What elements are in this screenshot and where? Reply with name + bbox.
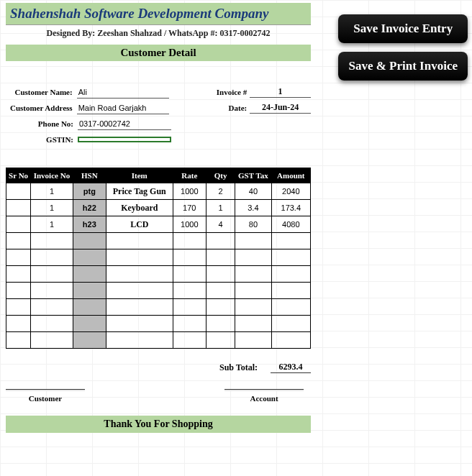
- customer-address-label: Customer Address: [6, 104, 77, 112]
- table-row[interactable]: [6, 266, 311, 283]
- cell-invno[interactable]: 1: [31, 183, 73, 200]
- customer-name-label: Customer Name:: [6, 88, 77, 96]
- phone-label: Phone No:: [6, 119, 78, 128]
- col-amount: Amount: [271, 168, 310, 183]
- account-signature-line: [224, 389, 304, 391]
- col-gst: GST Tax: [235, 168, 271, 183]
- table-row[interactable]: [6, 250, 311, 266]
- cell-item[interactable]: LCD: [106, 216, 173, 233]
- save-invoice-entry-button[interactable]: Save Invoice Entry: [338, 14, 468, 43]
- cell-srno[interactable]: [6, 216, 31, 233]
- account-signature-label: Account: [224, 393, 304, 403]
- save-print-invoice-button[interactable]: Save & Print Invoice: [338, 52, 468, 81]
- cell-hsn[interactable]: ptg: [73, 183, 106, 200]
- phone-input[interactable]: 0317-0002742: [78, 118, 171, 130]
- cell-item[interactable]: Keyboard: [106, 200, 173, 216]
- cell-gst[interactable]: 80: [235, 216, 271, 233]
- cell-qty[interactable]: 4: [206, 216, 235, 233]
- gstin-label: GSTIN:: [6, 135, 78, 144]
- col-invno: Invoice No: [31, 168, 73, 183]
- invoice-line-items-table: Sr No Invoice No HSN Item Rate Qty GST T…: [6, 168, 311, 349]
- col-hsn: HSN: [73, 168, 106, 183]
- table-row[interactable]: [6, 316, 311, 332]
- cell-rate[interactable]: 1000: [173, 183, 206, 200]
- subtotal-label: Sub Total:: [219, 362, 258, 373]
- cell-invno[interactable]: 1: [31, 200, 73, 216]
- cell-srno[interactable]: [6, 183, 31, 200]
- col-qty: Qty: [206, 168, 235, 183]
- table-row[interactable]: [6, 233, 311, 250]
- designed-by: Designed By: Zeeshan Shahzad / WhatsApp …: [6, 25, 311, 43]
- table-row[interactable]: [6, 332, 311, 349]
- cell-amount[interactable]: 173.4: [271, 200, 310, 216]
- cell-invno[interactable]: 1: [31, 216, 73, 233]
- date-label: Date:: [200, 104, 250, 112]
- cell-amount[interactable]: 2040: [271, 183, 310, 200]
- cell-hsn[interactable]: h22: [73, 200, 106, 216]
- cell-qty[interactable]: 2: [206, 183, 235, 200]
- col-rate: Rate: [173, 168, 206, 183]
- thank-you-footer: Thank You For Shopping: [6, 416, 311, 433]
- table-row[interactable]: [6, 299, 311, 316]
- company-title: Shahenshah Software Development Company: [6, 3, 311, 25]
- customer-address-input[interactable]: Main Road Garjakh: [77, 102, 169, 114]
- cell-amount[interactable]: 4080: [271, 216, 310, 233]
- cell-srno[interactable]: [6, 200, 31, 216]
- date-value[interactable]: 24-Jun-24: [250, 102, 311, 114]
- table-row[interactable]: [6, 283, 311, 299]
- cell-hsn[interactable]: h23: [73, 216, 106, 233]
- invoice-no-label: Invoice #: [200, 88, 250, 96]
- customer-signature-line: [6, 389, 85, 391]
- cell-gst[interactable]: 3.4: [235, 200, 271, 216]
- cell-rate[interactable]: 1000: [173, 216, 206, 233]
- customer-signature-label: Customer: [6, 393, 85, 403]
- cell-gst[interactable]: 40: [235, 183, 271, 200]
- subtotal-value: 6293.4: [271, 362, 311, 373]
- cell-qty[interactable]: 1: [206, 200, 235, 216]
- table-row[interactable]: 1ptgPrice Tag Gun10002402040: [6, 183, 311, 200]
- customer-detail-header: Customer Detail: [6, 45, 311, 61]
- col-item: Item: [106, 168, 173, 183]
- invoice-no-value[interactable]: 1: [250, 86, 311, 98]
- col-srno: Sr No: [6, 168, 31, 183]
- table-row[interactable]: 1h22Keyboard17013.4173.4: [6, 200, 311, 216]
- cell-rate[interactable]: 170: [173, 200, 206, 216]
- customer-name-input[interactable]: Ali: [77, 86, 169, 99]
- table-row[interactable]: 1h23LCD10004804080: [6, 216, 311, 233]
- cell-item[interactable]: Price Tag Gun: [106, 183, 173, 200]
- gstin-input[interactable]: [78, 137, 171, 142]
